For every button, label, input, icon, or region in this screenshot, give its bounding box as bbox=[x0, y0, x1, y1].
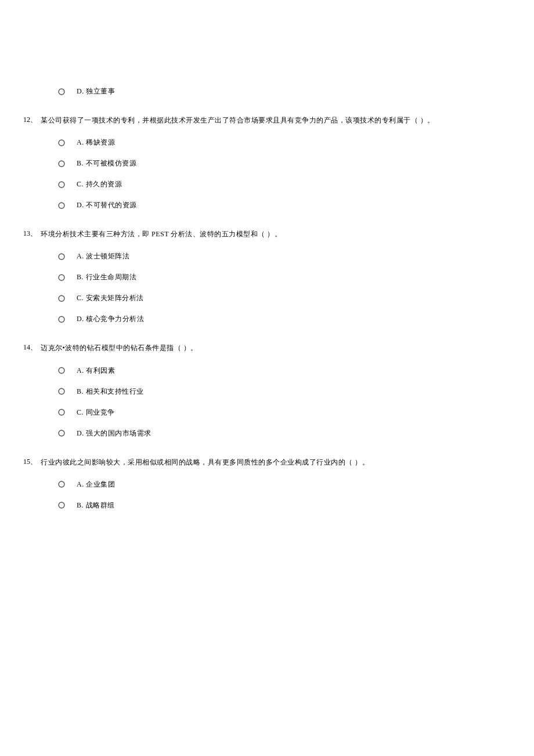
radio-icon[interactable] bbox=[58, 481, 65, 488]
option-value: 独立董事 bbox=[86, 87, 115, 95]
option-label: B. bbox=[77, 273, 84, 281]
question-number: 13、 bbox=[23, 229, 41, 239]
radio-icon[interactable] bbox=[58, 409, 65, 416]
svg-point-14 bbox=[59, 502, 64, 508]
option-text: A. 波士顿矩阵法 bbox=[77, 251, 129, 261]
question-number: 15、 bbox=[23, 457, 41, 467]
option-label: C. bbox=[77, 180, 84, 188]
option-value: 战略群组 bbox=[86, 501, 115, 509]
radio-icon[interactable] bbox=[58, 139, 65, 146]
question: 14、 迈克尔•波特的钻石模型中的钻石条件是指（ ）。 bbox=[23, 343, 511, 354]
svg-point-10 bbox=[59, 388, 64, 394]
answer-option: B. 不可被模仿资源 bbox=[58, 159, 511, 168]
option-label: C. bbox=[77, 408, 84, 416]
option-label: B. bbox=[77, 501, 84, 509]
answer-option: C. 同业竞争 bbox=[58, 408, 511, 417]
option-label: B. bbox=[77, 159, 84, 167]
radio-icon[interactable] bbox=[58, 367, 65, 374]
radio-icon[interactable] bbox=[58, 295, 65, 302]
answer-option: A. 稀缺资源 bbox=[58, 138, 511, 147]
option-label: A. bbox=[77, 480, 84, 488]
option-label: D. bbox=[77, 87, 84, 95]
svg-point-1 bbox=[59, 140, 64, 146]
option-label: A. bbox=[77, 366, 84, 375]
option-text: B. 不可被模仿资源 bbox=[77, 159, 136, 168]
svg-point-8 bbox=[59, 316, 64, 322]
svg-point-9 bbox=[59, 368, 64, 373]
option-label: B. bbox=[77, 387, 84, 395]
option-label: C. bbox=[77, 294, 84, 302]
radio-icon[interactable] bbox=[58, 316, 65, 323]
radio-icon[interactable] bbox=[58, 253, 65, 260]
option-text: C. 同业竞争 bbox=[77, 408, 115, 417]
option-value: 行业生命周期法 bbox=[86, 273, 137, 281]
answer-option: D. 不可替代的资源 bbox=[58, 200, 511, 210]
option-value: 相关和支持性行业 bbox=[86, 387, 144, 395]
radio-icon[interactable] bbox=[58, 502, 65, 509]
answer-option: D. 核心竞争力分析法 bbox=[58, 314, 511, 324]
answer-option: D. 强大的国内市场需求 bbox=[58, 429, 511, 438]
question-text: 迈克尔•波特的钻石模型中的钻石条件是指（ ）。 bbox=[41, 343, 511, 354]
option-label: D. bbox=[77, 201, 84, 209]
svg-point-5 bbox=[59, 254, 64, 260]
option-value: 有利因素 bbox=[86, 366, 115, 375]
radio-icon[interactable] bbox=[58, 181, 65, 188]
radio-icon[interactable] bbox=[58, 202, 65, 209]
svg-point-13 bbox=[59, 481, 64, 487]
option-value: 强大的国内市场需求 bbox=[86, 429, 151, 437]
question-number: 14、 bbox=[23, 343, 41, 352]
option-text: D. 独立董事 bbox=[77, 87, 115, 96]
answer-option: B. 行业生命周期法 bbox=[58, 272, 511, 282]
question-text: 某公司获得了一项技术的专利，并根据此技术开发生产出了符合市场要求且具有竞争力的产… bbox=[41, 115, 511, 126]
option-value: 不可替代的资源 bbox=[86, 201, 137, 209]
svg-point-0 bbox=[59, 89, 64, 95]
option-text: B. 相关和支持性行业 bbox=[77, 387, 144, 397]
answer-option: A. 波士顿矩阵法 bbox=[58, 251, 511, 261]
option-value: 核心竞争力分析法 bbox=[86, 315, 144, 323]
option-text: B. 行业生命周期法 bbox=[77, 272, 136, 282]
svg-point-11 bbox=[59, 409, 64, 415]
radio-icon[interactable] bbox=[58, 160, 65, 167]
option-text: A. 企业集团 bbox=[77, 480, 115, 489]
answer-option: B. 相关和支持性行业 bbox=[58, 387, 511, 397]
option-text: D. 不可替代的资源 bbox=[77, 200, 137, 210]
option-value: 稀缺资源 bbox=[86, 138, 115, 146]
question: 12、 某公司获得了一项技术的专利，并根据此技术开发生产出了符合市场要求且具有竞… bbox=[23, 115, 511, 126]
option-value: 同业竞争 bbox=[86, 408, 115, 416]
option-text: C. 安索夫矩阵分析法 bbox=[77, 293, 144, 303]
radio-icon[interactable] bbox=[58, 88, 65, 95]
radio-icon[interactable] bbox=[58, 388, 65, 395]
option-text: D. 强大的国内市场需求 bbox=[77, 429, 151, 438]
question-text: 行业内彼此之间影响较大，采用相似或相同的战略，具有更多同质性的多个企业构成了行业… bbox=[41, 457, 511, 468]
radio-icon[interactable] bbox=[58, 430, 65, 437]
svg-point-3 bbox=[59, 182, 64, 188]
answer-option: A. 企业集团 bbox=[58, 480, 511, 489]
answer-option: C. 安索夫矩阵分析法 bbox=[58, 293, 511, 303]
question-text: 环境分析技术主要有三种方法，即 PEST 分析法、波特的五力模型和（ ）。 bbox=[41, 229, 511, 240]
option-value: 企业集团 bbox=[86, 480, 115, 488]
svg-point-4 bbox=[59, 203, 64, 208]
svg-point-12 bbox=[59, 430, 64, 436]
option-value: 安索夫矩阵分析法 bbox=[86, 294, 144, 302]
svg-point-6 bbox=[59, 275, 64, 280]
option-value: 持久的资源 bbox=[86, 180, 122, 188]
option-label: A. bbox=[77, 252, 84, 260]
option-value: 不可被模仿资源 bbox=[86, 159, 137, 167]
option-text: D. 核心竞争力分析法 bbox=[77, 314, 144, 324]
option-text: C. 持久的资源 bbox=[77, 179, 122, 189]
answer-option: D. 独立董事 bbox=[58, 87, 511, 96]
option-text: A. 稀缺资源 bbox=[77, 138, 115, 147]
radio-icon[interactable] bbox=[58, 274, 65, 281]
option-value: 波士顿矩阵法 bbox=[86, 252, 129, 260]
question-number: 12、 bbox=[23, 115, 41, 125]
answer-option: B. 战略群组 bbox=[58, 501, 511, 510]
option-text: B. 战略群组 bbox=[77, 501, 115, 510]
page: D. 独立董事 12、 某公司获得了一项技术的专利，并根据此技术开发生产出了符合… bbox=[0, 0, 534, 756]
answer-option: A. 有利因素 bbox=[58, 366, 511, 376]
option-label: A. bbox=[77, 138, 84, 146]
question: 15、 行业内彼此之间影响较大，采用相似或相同的战略，具有更多同质性的多个企业构… bbox=[23, 457, 511, 468]
answer-option: C. 持久的资源 bbox=[58, 179, 511, 189]
svg-point-2 bbox=[59, 161, 64, 167]
svg-point-7 bbox=[59, 296, 64, 301]
option-label: D. bbox=[77, 315, 84, 323]
